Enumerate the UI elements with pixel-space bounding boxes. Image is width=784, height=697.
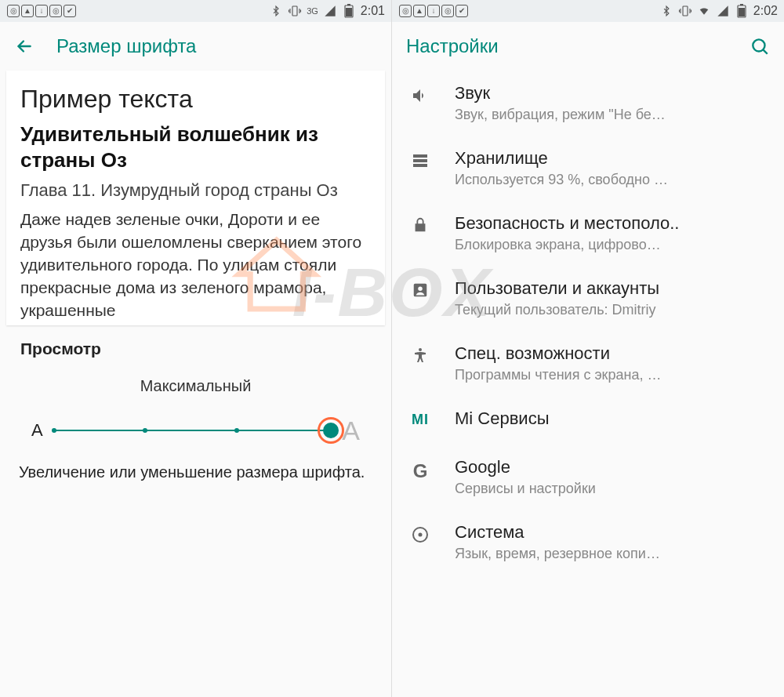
notif-icon: ◎ [398,4,412,18]
notif-icon: ◎ [49,4,63,18]
font-size-slider-area: Максимальный A A [0,369,391,452]
setting-subtitle: Звук, вибрация, режим "Не бе… [455,107,770,123]
mi-icon: MI [406,408,434,428]
battery-icon [342,4,356,18]
phone-settings: ◎ ▲ ↓ ◎ ✔ 2:02 [392,0,784,697]
status-bar: ◎ ▲ ↓ ◎ ✔ 3G 2:01 [0,0,391,22]
slider-description: Увеличение или уменьшение размера шрифта… [0,452,391,483]
setting-item-system[interactable]: СистемаЯзык, время, резервное копи… [392,510,784,575]
clock: 2:01 [361,4,385,18]
settings-list[interactable]: ЗвукЗвук, вибрация, режим "Не бе…Хранили… [392,71,784,697]
setting-item-storage[interactable]: ХранилищеИспользуется 93 %, свободно … [392,136,784,201]
setting-title: Система [455,522,770,543]
setting-title: Хранилище [455,148,770,169]
google-icon: G [406,457,434,482]
notif-icon: ◎ [6,4,20,18]
setting-title: Пользователи и аккаунты [455,278,770,299]
notif-icon: ✔ [63,4,77,18]
notif-icon: ↓ [34,4,49,18]
back-button[interactable] [14,36,34,56]
bluetooth-icon [269,4,283,18]
preview-card: Пример текста Удивительный волшебник из … [6,71,385,325]
setting-title: Mi Сервисы [455,408,770,429]
setting-subtitle: Блокировка экрана, цифрово… [455,237,770,253]
svg-rect-9 [413,154,427,158]
setting-item-mi[interactable]: MIMi Сервисы [392,396,784,445]
svg-rect-3 [346,8,352,16]
battery-icon [735,4,749,18]
wifi-icon [697,4,711,18]
status-bar: ◎ ▲ ↓ ◎ ✔ 2:02 [392,0,784,22]
notif-icon: ▲ [412,4,426,18]
small-a-icon: A [31,420,43,441]
user-icon [406,278,434,299]
storage-icon [406,148,434,170]
toolbar: Размер шрифта [0,22,391,71]
svg-rect-2 [347,4,350,5]
notif-icon: ✔ [455,4,469,18]
sample-body: Даже надев зеленые очки, Дороти и ее дру… [20,209,371,322]
setting-item-sound[interactable]: ЗвукЗвук, вибрация, режим "Не бе… [392,71,784,136]
sound-icon [406,83,434,105]
setting-subtitle: Программы чтения с экрана, … [455,367,770,383]
phone-font-size: ◎ ▲ ↓ ◎ ✔ 3G 2:01 [0,0,392,697]
notif-icon: ◎ [441,4,455,18]
slider-value-label: Максимальный [31,377,360,395]
notif-icon: ▲ [20,4,34,18]
slider-thumb[interactable] [323,423,339,438]
svg-rect-4 [683,6,688,16]
setting-item-lock[interactable]: Безопасность и местополо..Блокировка экр… [392,201,784,266]
notif-icon: ↓ [426,4,441,18]
sample-label: Пример текста [20,85,371,114]
setting-subtitle: Язык, время, резервное копи… [455,546,770,562]
setting-item-access[interactable]: Спец. возможностиПрограммы чтения с экра… [392,331,784,396]
system-icon [406,522,434,544]
bluetooth-icon [659,4,673,18]
svg-point-16 [419,534,422,536]
svg-rect-6 [740,4,743,5]
svg-rect-0 [292,6,297,16]
large-a-icon: A [342,416,360,446]
setting-title: Спец. возможности [455,343,770,364]
setting-title: Безопасность и местополо.. [455,213,770,234]
signal-icon [716,4,730,18]
page-title: Размер шрифта [56,35,196,57]
sample-chapter: Глава 11. Изумрудный город страны Оз [20,179,371,202]
lock-icon [406,213,434,234]
signal-icon [323,4,337,18]
vibrate-icon [678,4,692,18]
setting-subtitle: Сервисы и настройки [455,481,770,497]
page-title: Настройки [406,35,499,57]
access-icon [406,343,434,365]
svg-rect-7 [739,8,745,16]
svg-rect-10 [413,159,427,162]
setting-item-google[interactable]: GGoogleСервисы и настройки [392,445,784,510]
sample-title: Удивительный волшебник из страны Оз [20,122,371,172]
svg-rect-11 [413,164,427,167]
preview-section-label: Просмотр [0,325,391,369]
svg-point-13 [418,286,423,291]
svg-point-8 [753,39,764,51]
search-button[interactable] [750,36,770,56]
setting-subtitle: Используется 93 %, свободно … [455,172,770,188]
vibrate-icon [288,4,302,18]
network-label: 3G [307,6,318,16]
svg-point-14 [419,348,422,351]
setting-title: Google [455,457,770,477]
setting-item-user[interactable]: Пользователи и аккаунтыТекущий пользоват… [392,266,784,331]
clock: 2:02 [753,4,778,18]
setting-subtitle: Текущий пользователь: Dmitriy [455,302,770,318]
font-size-slider[interactable] [54,421,332,440]
toolbar: Настройки [392,22,784,71]
setting-title: Звук [455,83,770,103]
